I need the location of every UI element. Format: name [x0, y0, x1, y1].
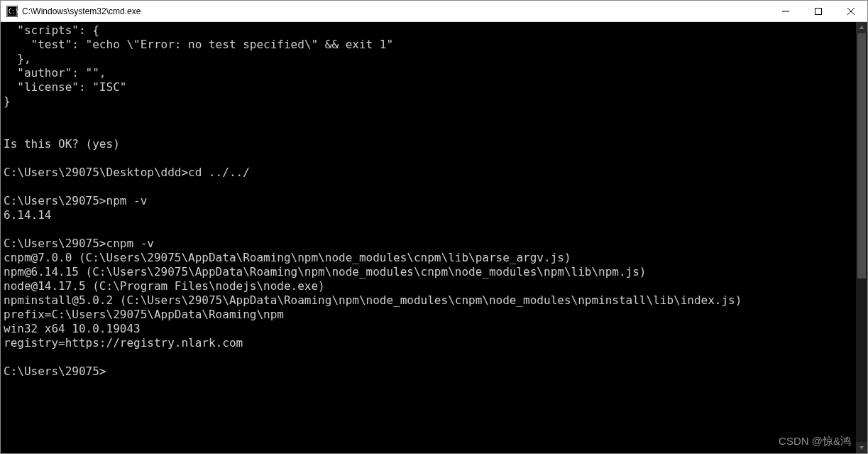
window-title: C:\Windows\system32\cmd.exe: [22, 6, 141, 16]
scroll-track[interactable]: [856, 33, 867, 442]
svg-marker-8: [859, 446, 864, 450]
vertical-scrollbar[interactable]: [856, 22, 867, 453]
svg-text:C:\: C:\: [9, 9, 18, 15]
svg-rect-4: [815, 8, 822, 14]
cmd-icon: C:\: [6, 6, 18, 17]
cmd-window: C:\ C:\Windows\system32\cmd.exe "scripts…: [0, 0, 868, 454]
svg-marker-7: [859, 26, 864, 29]
minimize-button[interactable]: [769, 1, 802, 22]
close-button[interactable]: [835, 1, 867, 22]
scroll-up-arrow[interactable]: [856, 22, 867, 33]
maximize-button[interactable]: [802, 1, 835, 22]
scroll-down-arrow[interactable]: [856, 442, 867, 453]
terminal-area: "scripts": { "test": "echo \"Error: no t…: [1, 22, 867, 453]
terminal-output[interactable]: "scripts": { "test": "echo \"Error: no t…: [1, 22, 856, 453]
scroll-thumb[interactable]: [857, 33, 866, 279]
titlebar[interactable]: C:\ C:\Windows\system32\cmd.exe: [1, 1, 867, 22]
